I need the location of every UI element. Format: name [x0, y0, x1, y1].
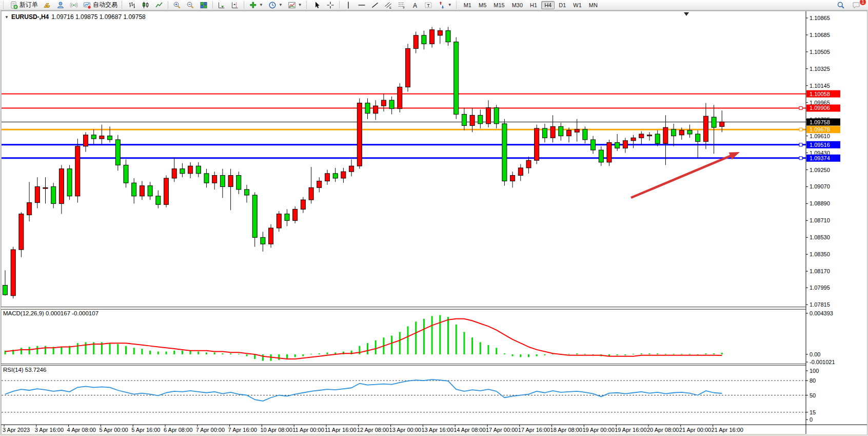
- window-bottom-edge: [1, 434, 867, 435]
- chat-notification-badge[interactable]: 1: [859, 0, 866, 6]
- candle-body: [422, 35, 426, 44]
- time-axis-label: 17 Apr 16:00: [518, 427, 550, 433]
- search-button[interactable]: [835, 1, 847, 10]
- candle-body: [67, 169, 72, 196]
- price-axis-tick-label: 1.09250: [810, 167, 830, 173]
- channel-button[interactable]: E: [382, 1, 394, 10]
- candle-body: [156, 196, 161, 204]
- auto-scroll-button[interactable]: [215, 1, 228, 10]
- macd-histogram-bar: [480, 342, 481, 354]
- macd-histogram-bar: [246, 354, 248, 356]
- tile-windows-button[interactable]: [198, 1, 210, 10]
- candle-body: [623, 141, 627, 148]
- chat-button[interactable]: 1: [850, 1, 863, 10]
- new-order-button[interactable]: 新订单: [8, 1, 40, 10]
- candle-body: [140, 186, 144, 196]
- periods-button[interactable]: ▼: [266, 1, 285, 10]
- timeframe-W1[interactable]: W1: [570, 1, 585, 9]
- templates-button[interactable]: ▼: [286, 1, 304, 10]
- toolbar-grip[interactable]: [122, 1, 124, 9]
- macd-histogram-bar: [214, 352, 215, 354]
- candle-body: [413, 35, 418, 49]
- search-icon: [837, 1, 845, 9]
- arrows-button[interactable]: ▼: [436, 1, 454, 10]
- cursor-button[interactable]: [311, 1, 323, 10]
- candle-body: [325, 174, 330, 181]
- vertical-line-icon: [344, 1, 352, 9]
- fibonacci-button[interactable]: F: [396, 1, 408, 10]
- time-axis-label: 5 Apr 16:00: [131, 427, 160, 433]
- timeframe-D1[interactable]: D1: [556, 1, 569, 9]
- templates-icon: [288, 1, 296, 9]
- gold-ingot-button[interactable]: [41, 1, 53, 10]
- time-axis-label: 3 Apr 16:00: [35, 427, 64, 433]
- hline-drag-handle[interactable]: [799, 106, 802, 109]
- chart-shift-button[interactable]: [229, 1, 241, 10]
- candle-body: [333, 174, 338, 178]
- zoom-in-button[interactable]: [171, 1, 183, 10]
- hline-drag-handle[interactable]: [799, 128, 802, 131]
- rsi-axis-tick-label: 15: [810, 409, 816, 415]
- toolbar-grip[interactable]: [306, 1, 309, 9]
- signals-button[interactable]: [68, 1, 80, 10]
- candle-body: [172, 169, 176, 178]
- candle-body: [220, 176, 225, 187]
- timeframe-M1[interactable]: M1: [461, 1, 475, 9]
- macd-histogram-bar: [471, 337, 473, 354]
- periods-dropdown-arrow[interactable]: ▼: [279, 3, 283, 7]
- candle-body: [19, 214, 24, 250]
- candle-body: [309, 187, 313, 200]
- candle-body: [550, 126, 555, 138]
- auto-trading-button[interactable]: 自动交易: [81, 1, 120, 10]
- indicators-dropdown-arrow[interactable]: ▼: [259, 3, 263, 7]
- macd-histogram-bar: [488, 345, 489, 354]
- toolbar-grip[interactable]: [3, 1, 6, 9]
- macd-histogram-bar: [319, 353, 320, 354]
- candle-body: [567, 130, 571, 136]
- profile-button[interactable]: [54, 1, 67, 10]
- timeframe-MN[interactable]: MN: [586, 1, 601, 9]
- text-button[interactable]: A: [409, 1, 421, 10]
- indicators-button[interactable]: ▼: [247, 1, 265, 10]
- arrows-dropdown-arrow[interactable]: ▼: [448, 3, 452, 7]
- hline-drag-handle[interactable]: [799, 157, 802, 160]
- crosshair-button[interactable]: [324, 1, 337, 10]
- trendline-button[interactable]: [369, 1, 381, 10]
- timeframe-H1[interactable]: H1: [527, 1, 540, 9]
- candle-body: [228, 176, 233, 187]
- candle-body: [607, 142, 611, 162]
- price-axis-tick-label: 1.09610: [810, 133, 830, 139]
- macd-histogram-bar: [721, 353, 723, 354]
- label-button[interactable]: T: [422, 1, 435, 10]
- candlestick-chart-button[interactable]: [140, 1, 152, 10]
- chart-shift-icon: [231, 1, 239, 9]
- timeframe-M5[interactable]: M5: [476, 1, 489, 9]
- symbol-dropdown-icon[interactable]: ▼: [5, 15, 9, 20]
- candle-body: [252, 195, 257, 237]
- rsi-axis-tick-label: 80: [810, 377, 816, 384]
- macd-histogram-bar: [367, 343, 368, 354]
- timeframe-M30[interactable]: M30: [509, 1, 526, 9]
- bar-chart-button[interactable]: [126, 1, 139, 10]
- macd-histogram-bar: [399, 332, 401, 354]
- vertical-line-button[interactable]: [342, 1, 354, 10]
- toolbar-grip[interactable]: [456, 1, 459, 9]
- candle-body: [204, 174, 209, 183]
- templates-dropdown-arrow[interactable]: ▼: [298, 3, 302, 7]
- candle-body: [679, 130, 684, 135]
- horizontal-line-icon: [358, 1, 366, 9]
- chart-canvas[interactable]: 1.108651.106851.105051.103251.101451.099…: [0, 0, 868, 436]
- zoom-out-button[interactable]: [184, 1, 196, 10]
- macd-histogram-bar: [198, 352, 199, 354]
- timeframe-H4[interactable]: H4: [541, 1, 555, 9]
- timeframe-M15[interactable]: M15: [490, 1, 507, 9]
- line-chart-button[interactable]: [153, 1, 165, 10]
- candle-body: [212, 176, 217, 183]
- hline-drag-handle[interactable]: [799, 143, 802, 146]
- rsi-axis-tick-label: 0: [810, 416, 813, 423]
- candle-body: [196, 166, 201, 174]
- macd-histogram-bar: [617, 354, 618, 355]
- horizontal-line-button[interactable]: [356, 1, 368, 10]
- macd-histogram-bar: [576, 353, 578, 354]
- price-axis-tick-label: 1.10145: [810, 83, 830, 89]
